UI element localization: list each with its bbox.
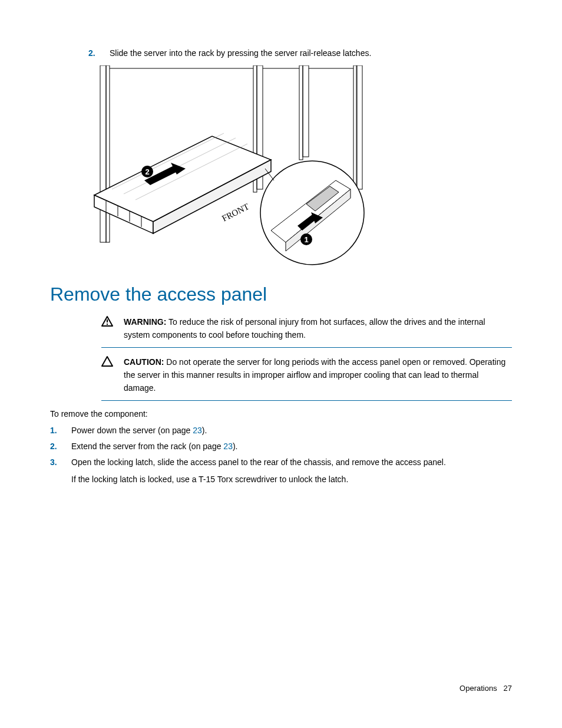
- caution-text: Do not operate the server for long perio…: [124, 357, 505, 392]
- svg-rect-5: [303, 65, 309, 157]
- step-number: 3.: [50, 456, 71, 486]
- list-item: 2. Extend the server from the rack (on p…: [50, 440, 512, 453]
- svg-marker-37: [102, 357, 113, 366]
- caution-icon: [101, 356, 115, 394]
- warning-label: WARNING:: [124, 317, 166, 327]
- page-footer: Operations 27: [459, 684, 512, 693]
- step-text: Slide the server into the rack by pressi…: [110, 47, 512, 60]
- figure-front-label: FRONT: [220, 202, 250, 223]
- step-item: 2. Slide the server into the rack by pre…: [88, 47, 512, 60]
- warning-block: WARNING: To reduce the risk of personal …: [101, 314, 512, 348]
- footer-section: Operations: [459, 684, 497, 693]
- caution-block: CAUTION: Do not operate the server for l…: [101, 354, 512, 401]
- step-number: 2.: [88, 47, 110, 60]
- step-note: If the locking latch is locked, use a T-…: [71, 473, 512, 486]
- server-rack-diagram: 2 FRONT 1: [88, 65, 383, 266]
- page-link[interactable]: 23: [193, 426, 202, 435]
- svg-text:2: 2: [145, 167, 149, 176]
- section-heading: Remove the access panel: [50, 284, 512, 305]
- step-text: Power down the server (on page 23).: [71, 424, 512, 437]
- step-number: 2.: [50, 440, 71, 453]
- warning-body: WARNING: To reduce the risk of personal …: [124, 316, 512, 341]
- svg-point-36: [107, 324, 108, 325]
- caution-label: CAUTION:: [124, 357, 164, 367]
- svg-rect-1: [106, 65, 110, 242]
- svg-rect-4: [299, 65, 303, 160]
- list-item: 3. Open the locking latch, slide the acc…: [50, 456, 512, 486]
- step-text: Extend the server from the rack (on page…: [71, 440, 512, 453]
- warning-text: To reduce the risk of personal injury fr…: [124, 317, 485, 340]
- step-text: Open the locking latch, slide the access…: [71, 456, 512, 486]
- svg-text:1: 1: [304, 235, 308, 244]
- figure-rack-server: 2 FRONT 1: [88, 65, 512, 266]
- warning-icon: [101, 316, 115, 341]
- page-link[interactable]: 23: [223, 442, 233, 451]
- svg-rect-0: [100, 65, 106, 242]
- list-item: 1. Power down the server (on page 23).: [50, 424, 512, 437]
- step-number: 1.: [50, 424, 71, 437]
- intro-text: To remove the component:: [50, 409, 512, 419]
- caution-body: CAUTION: Do not operate the server for l…: [124, 356, 512, 394]
- footer-page-number: 27: [504, 684, 512, 693]
